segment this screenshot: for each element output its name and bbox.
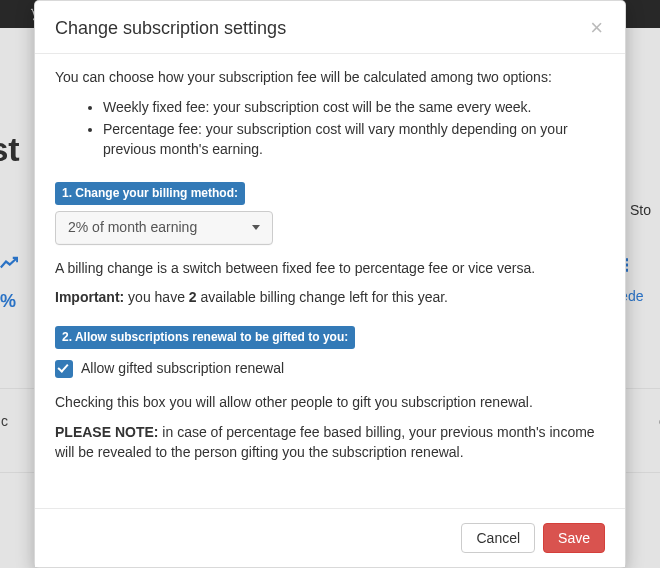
gift-note: PLEASE NOTE: in case of percentage fee b… <box>55 423 605 463</box>
select-value: 2% of month earning <box>68 218 197 238</box>
modal-body: You can choose how your subscription fee… <box>35 54 625 508</box>
important-prefix: Important: <box>55 289 124 305</box>
cancel-button[interactable]: Cancel <box>461 523 535 553</box>
subscription-settings-modal: Change subscription settings × You can c… <box>34 0 626 568</box>
step1-label: 1. Change your billing method: <box>55 182 245 205</box>
intro-text: You can choose how your subscription fee… <box>55 68 605 88</box>
modal-title: Change subscription settings <box>55 18 286 39</box>
options-list: Weekly fixed fee: your subscription cost… <box>55 98 605 160</box>
billing-change-text: A billing change is a switch between fix… <box>55 259 605 279</box>
important-count: 2 <box>189 289 197 305</box>
billing-method-select[interactable]: 2% of month earning <box>55 211 273 245</box>
gift-explain: Checking this box you will allow other p… <box>55 393 605 413</box>
list-item: Weekly fixed fee: your subscription cost… <box>103 98 605 118</box>
modal-header: Change subscription settings × <box>35 1 625 54</box>
chevron-down-icon <box>252 225 260 230</box>
step2-label: 2. Allow subscriptions renewal to be gif… <box>55 326 355 349</box>
billing-change-important: Important: you have 2 available billing … <box>55 288 605 308</box>
checkbox-label: Allow gifted subscription renewal <box>81 359 284 379</box>
important-mid-a: you have <box>124 289 189 305</box>
modal-footer: Cancel Save <box>35 508 625 567</box>
close-icon[interactable]: × <box>588 17 605 39</box>
important-mid-b: available billing change left for this y… <box>197 289 448 305</box>
list-item: Percentage fee: your subscription cost w… <box>103 120 605 160</box>
note-prefix: PLEASE NOTE: <box>55 424 158 440</box>
gift-checkbox-row[interactable]: Allow gifted subscription renewal <box>55 359 605 379</box>
save-button[interactable]: Save <box>543 523 605 553</box>
checkbox-checked-icon[interactable] <box>55 360 73 378</box>
